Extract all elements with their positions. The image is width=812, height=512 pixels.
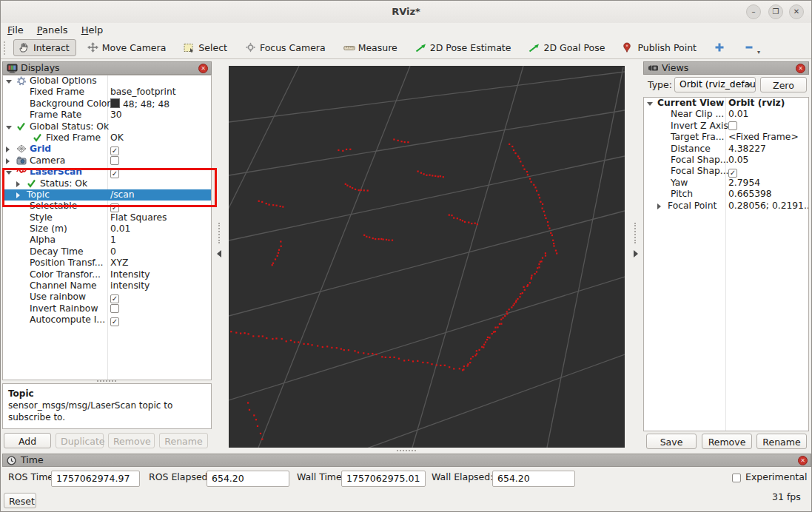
time-close-icon[interactable]: ✕: [798, 456, 808, 465]
tree-row-background-color[interactable]: Background Color48; 48; 48: [3, 98, 211, 110]
tool-focus-camera[interactable]: Focus Camera: [240, 39, 332, 56]
row-value[interactable]: 0.01: [110, 223, 130, 235]
tree-row-grid[interactable]: Grid✓: [3, 144, 211, 155]
row-value[interactable]: [110, 303, 119, 314]
displays-close-icon[interactable]: ✕: [198, 64, 208, 73]
tree-row-focal-shap[interactable]: Focal Shap...0.05: [644, 155, 808, 166]
menu-file[interactable]: File: [1, 23, 30, 37]
tool-2d-pose-estimate[interactable]: 2D Pose Estimate: [410, 39, 518, 56]
reset-button[interactable]: Reset: [4, 493, 36, 508]
wall-time-input[interactable]: 1757062975.01: [341, 471, 426, 487]
collapse-arrow-icon[interactable]: [6, 146, 10, 152]
tool-interact[interactable]: Interact: [13, 39, 76, 56]
save-button[interactable]: Save: [646, 434, 697, 449]
tool-plus-icon[interactable]: [709, 39, 733, 56]
tree-row-invert-rainbow[interactable]: Invert Rainbow: [3, 303, 211, 314]
tree-row-global-options[interactable]: Global Options: [3, 75, 211, 87]
menu-help[interactable]: Help: [75, 23, 110, 37]
row-value[interactable]: [728, 121, 737, 132]
row-value[interactable]: [110, 155, 119, 166]
collapse-right-arrow-icon[interactable]: [634, 250, 638, 257]
row-checkbox[interactable]: ✓: [728, 169, 737, 178]
row-value[interactable]: 0.665398: [728, 189, 772, 200]
left-splitter-dots[interactable]: [218, 223, 221, 243]
close-button[interactable]: ✕: [789, 4, 804, 19]
tree-row-selectable[interactable]: Selectable✓: [3, 201, 211, 212]
expand-arrow-icon[interactable]: [6, 80, 12, 84]
view-type-dropdown[interactable]: Orbit (rviz_defau: [674, 77, 756, 92]
tree-row-size-m[interactable]: Size (m)0.01: [3, 223, 211, 235]
row-value[interactable]: Intensity: [110, 269, 150, 280]
add-button[interactable]: Add: [4, 433, 51, 448]
views-close-icon[interactable]: ✕: [796, 64, 805, 73]
row-value[interactable]: 1: [110, 235, 116, 246]
row-value[interactable]: 0: [110, 246, 116, 257]
row-checkbox[interactable]: ✓: [110, 294, 119, 303]
tree-row-focal-point[interactable]: Focal Point0.28056; 0.2191...: [644, 201, 808, 212]
row-checkbox[interactable]: [110, 304, 119, 313]
experimental-checkbox[interactable]: [732, 474, 741, 482]
row-value[interactable]: <Fixed Frame>: [728, 132, 799, 143]
row-checkbox[interactable]: ✓: [110, 317, 119, 326]
collapse-arrow-icon[interactable]: [657, 203, 661, 209]
tool-minus-icon[interactable]: ▾: [739, 39, 767, 58]
row-value[interactable]: ✓: [110, 314, 119, 326]
tree-row-frame-rate[interactable]: Frame Rate30: [3, 110, 211, 121]
rename-button[interactable]: Rename: [756, 434, 807, 449]
tree-row-use-rainbow[interactable]: Use rainbow✓: [3, 292, 211, 303]
expand-arrow-icon[interactable]: [6, 126, 12, 129]
row-value[interactable]: 0.01: [728, 109, 748, 120]
restore-button[interactable]: ❐: [768, 4, 783, 19]
row-value[interactable]: intensity: [110, 280, 150, 292]
tree-row-status-ok[interactable]: Status: Ok: [3, 178, 211, 189]
render-viewport[interactable]: [229, 66, 625, 448]
row-value[interactable]: XYZ: [110, 257, 128, 269]
menu-panels[interactable]: Panels: [30, 23, 75, 37]
expand-arrow-icon[interactable]: [647, 102, 653, 106]
collapse-arrow-icon[interactable]: [6, 158, 10, 164]
tree-row-global-status-ok[interactable]: Global Status: Ok: [3, 121, 211, 132]
tool-dropdown-arrow-icon[interactable]: ▾: [757, 49, 760, 55]
remove-button[interactable]: Remove: [702, 434, 752, 449]
wall-elapsed-input[interactable]: 654.20: [492, 471, 575, 487]
tool-move-camera[interactable]: Move Camera: [82, 39, 173, 56]
ros-time-input[interactable]: 1757062974.97: [51, 471, 140, 487]
tool-publish-point[interactable]: Publish Point: [617, 39, 703, 56]
row-value[interactable]: ✓: [110, 166, 119, 178]
row-value[interactable]: Flat Squares: [110, 212, 167, 223]
tool-select[interactable]: Select: [178, 39, 234, 56]
tree-row-decay-time[interactable]: Decay Time0: [3, 246, 211, 257]
zero-button[interactable]: Zero: [760, 77, 807, 92]
tool-measure[interactable]: Measure: [338, 39, 404, 57]
row-value[interactable]: ✓: [110, 144, 119, 155]
row-value[interactable]: 4.38227: [728, 144, 766, 155]
tree-row-near-clip[interactable]: Near Clip ...0.01: [644, 109, 808, 120]
tree-row-current-view[interactable]: Current ViewOrbit (rviz): [644, 98, 808, 109]
row-value[interactable]: OK: [110, 132, 124, 144]
minimize-button[interactable]: –: [746, 4, 761, 19]
right-splitter-dots[interactable]: [634, 223, 637, 243]
tree-row-distance[interactable]: Distance4.38227: [644, 144, 808, 155]
row-value[interactable]: 48; 48; 48: [110, 98, 170, 110]
row-value[interactable]: base_footprint: [110, 87, 176, 98]
row-value[interactable]: /scan: [110, 189, 135, 201]
collapse-arrow-icon[interactable]: [16, 181, 20, 187]
tree-row-topic[interactable]: Topic/scan: [3, 189, 211, 201]
tree-row-style[interactable]: StyleFlat Squares: [3, 212, 211, 223]
ros-elapsed-input[interactable]: 654.20: [207, 471, 289, 487]
row-value[interactable]: 2.7954: [728, 178, 760, 189]
tool-2d-goal-pose[interactable]: 2D Goal Pose: [523, 39, 611, 56]
row-checkbox[interactable]: [728, 121, 737, 130]
tree-row-color-transfor[interactable]: Color Transfor...Intensity: [3, 269, 211, 280]
tree-row-camera[interactable]: Camera: [3, 155, 211, 166]
bottom-splitter-handle[interactable]: [397, 450, 416, 453]
tree-row-pitch[interactable]: Pitch0.665398: [644, 189, 808, 200]
row-value[interactable]: ✓: [110, 201, 119, 212]
row-value[interactable]: Orbit (rviz): [728, 98, 785, 109]
row-value[interactable]: 0.28056; 0.2191...: [728, 201, 809, 212]
tree-row-laserscan[interactable]: LaserScan✓: [3, 166, 211, 178]
row-value[interactable]: 0.05: [728, 155, 748, 166]
row-checkbox[interactable]: [110, 156, 119, 165]
expand-arrow-icon[interactable]: [6, 171, 12, 175]
tree-row-focal-shap[interactable]: Focal Shap...✓: [644, 166, 808, 177]
